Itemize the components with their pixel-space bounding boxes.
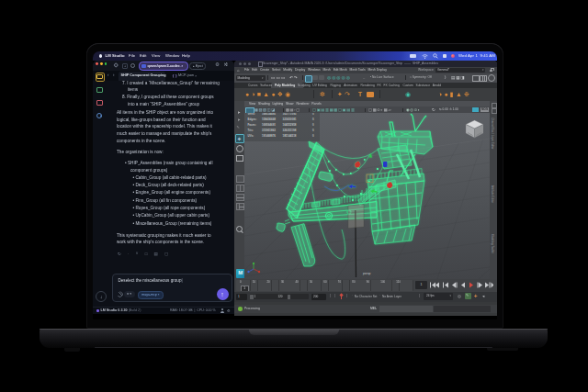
svg-text:persp: persp bbox=[363, 272, 371, 275]
